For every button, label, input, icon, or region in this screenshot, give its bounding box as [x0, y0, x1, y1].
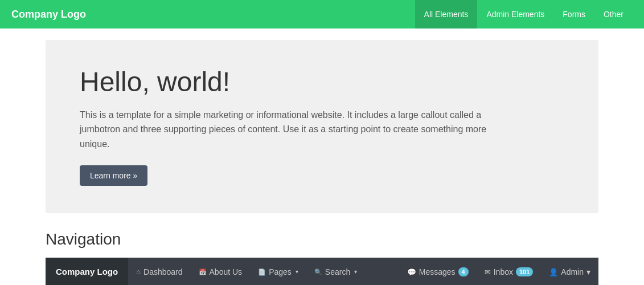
messages-icon — [407, 267, 416, 276]
inbox-badge: 101 — [516, 267, 533, 276]
top-nav-other[interactable]: Other — [594, 0, 633, 28]
nav-section-title: Navigation — [46, 230, 598, 249]
messages-label: Messages — [419, 267, 456, 276]
top-nav-all-elements[interactable]: All Elements — [415, 0, 478, 28]
main-content: Hello, world! This is a template for a s… — [0, 28, 644, 285]
inbox-icon — [485, 267, 491, 276]
bottom-nav-search[interactable]: Search ▾ — [306, 258, 365, 285]
bottom-nav-right-items: Messages 4 Inbox 101 Admin ▾ — [399, 258, 598, 285]
inbox-label: Inbox — [494, 267, 513, 276]
jumbotron-description: This is a template for a simple marketin… — [80, 108, 512, 152]
search-icon — [314, 267, 322, 276]
bottom-nav-pages[interactable]: Pages ▾ — [250, 258, 306, 285]
messages-badge: 4 — [458, 267, 469, 276]
jumbotron-heading: Hello, world! — [80, 67, 564, 97]
bottom-nav-items: Dashboard About Us Pages ▾ Search ▾ — [128, 258, 399, 285]
calendar-icon — [199, 267, 207, 276]
bottom-nav-about[interactable]: About Us — [191, 258, 251, 285]
bottom-nav-dashboard-label: Dashboard — [143, 267, 183, 276]
bottom-nav-admin[interactable]: Admin ▾ — [541, 258, 598, 285]
learn-more-button[interactable]: Learn more » — [80, 165, 147, 186]
top-nav-admin-elements[interactable]: Admin Elements — [477, 0, 553, 28]
search-caret-icon: ▾ — [354, 268, 357, 275]
top-nav-forms[interactable]: Forms — [553, 0, 594, 28]
top-nav-links: All Elements Admin Elements Forms Other — [415, 0, 633, 28]
user-icon — [549, 267, 558, 276]
bottom-navbar: Company Logo Dashboard About Us Pages ▾ … — [46, 258, 598, 285]
bottom-nav-about-label: About Us — [210, 267, 243, 276]
pages-caret-icon: ▾ — [296, 268, 298, 275]
page-icon — [258, 267, 266, 276]
bottom-nav-inbox[interactable]: Inbox 101 — [477, 258, 542, 285]
bottom-nav-pages-label: Pages — [269, 267, 292, 276]
admin-caret-icon: ▾ — [586, 267, 590, 276]
bottom-nav-dashboard[interactable]: Dashboard — [128, 258, 190, 285]
top-brand[interactable]: Company Logo — [11, 9, 86, 21]
bottom-brand[interactable]: Company Logo — [46, 258, 128, 285]
home-icon — [136, 267, 141, 276]
jumbotron: Hello, world! This is a template for a s… — [46, 40, 598, 213]
top-navbar: Company Logo All Elements Admin Elements… — [0, 0, 644, 28]
bottom-nav-messages[interactable]: Messages 4 — [399, 258, 477, 285]
admin-label: Admin — [561, 267, 584, 276]
bottom-nav-search-label: Search — [325, 267, 350, 276]
